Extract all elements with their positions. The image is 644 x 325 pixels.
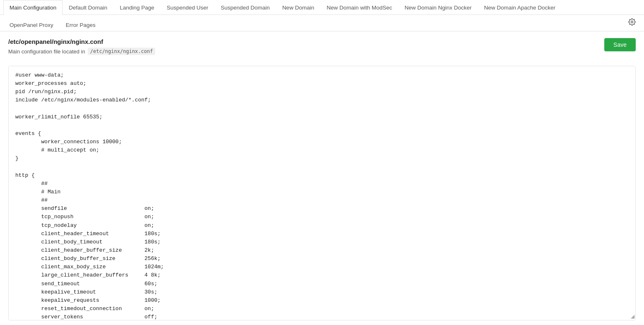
tab2-openpanel-proxy[interactable]: OpenPanel Proxy [3, 18, 60, 31]
gear-icon [628, 18, 636, 26]
tabs-row1: Main ConfigurationDefault DomainLanding … [0, 0, 644, 15]
file-info: /etc/openpanel/nginx/nginx.conf Main con… [8, 38, 155, 62]
tab-landing-page[interactable]: Landing Page [113, 0, 160, 15]
editor-container: ◢ [8, 66, 636, 320]
save-button[interactable]: Save [604, 38, 636, 51]
tab-default-domain[interactable]: Default Domain [62, 0, 113, 15]
tab2-error-pages[interactable]: Error Pages [60, 18, 102, 31]
tab-new-domain-nginx-docker[interactable]: New Domain Nginx Docker [398, 0, 478, 15]
resize-handle[interactable]: ◢ [629, 313, 634, 319]
tab-new-domain-modsec[interactable]: New Domain with ModSec [320, 0, 398, 15]
file-desc: Main configuration file located in /etc/… [8, 48, 155, 55]
file-desc-prefix: Main configuration file located in [8, 48, 85, 55]
file-desc-inline-path: /etc/nginx/nginx.conf [88, 48, 156, 55]
tab-main-configuration[interactable]: Main Configuration [3, 0, 62, 15]
tab-suspended-domain[interactable]: Suspended Domain [214, 0, 276, 15]
editor-textarea[interactable] [9, 66, 635, 320]
tab-new-domain[interactable]: New Domain [276, 0, 320, 15]
tabs-row2-left: OpenPanel ProxyError Pages [3, 18, 102, 31]
tabs-row2-container: OpenPanel ProxyError Pages [0, 15, 644, 31]
content-area: /etc/openpanel/nginx/nginx.conf Main con… [0, 31, 644, 325]
header-row: /etc/openpanel/nginx/nginx.conf Main con… [8, 38, 636, 62]
gear-icon-wrap[interactable] [623, 15, 641, 31]
file-path: /etc/openpanel/nginx/nginx.conf [8, 38, 155, 45]
tab-suspended-user[interactable]: Suspended User [161, 0, 215, 15]
tab-new-domain-apache-docker[interactable]: New Domain Apache Docker [478, 0, 562, 15]
svg-point-0 [631, 21, 633, 23]
